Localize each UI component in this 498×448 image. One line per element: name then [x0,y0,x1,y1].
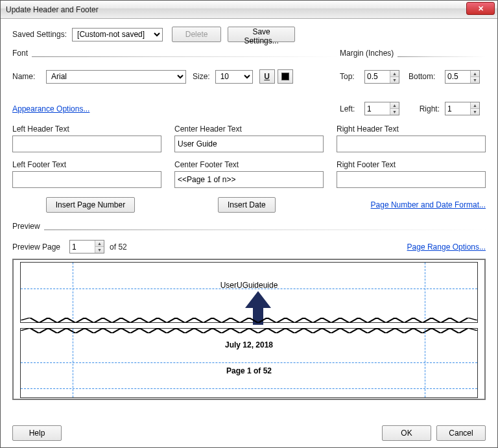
save-settings-button[interactable]: Save Settings... [228,27,295,42]
margin-section-label: Margin (Inches) [340,49,394,58]
right-footer-input[interactable] [337,171,486,188]
left-header-input[interactable] [12,136,161,152]
font-size-label: Size: [193,72,210,81]
preview-page-top: UserUGuideuide [20,262,478,323]
left-footer-input[interactable] [12,171,161,188]
divider [397,56,486,57]
font-name-dropdown[interactable]: Arial [46,70,186,84]
preview-page-input[interactable] [70,241,95,253]
underline-button[interactable]: U [259,69,275,84]
margin-top-label: Top: [340,72,359,81]
underline-icon: U [264,72,270,81]
center-header-input[interactable] [174,136,324,152]
color-swatch-icon [281,73,289,80]
margin-left-input[interactable] [365,102,390,115]
help-button[interactable]: Help [12,425,62,441]
preview-page-text: Page 1 of 52 [21,366,477,375]
chevron-down-icon[interactable]: ▼ [390,109,399,115]
preview-page-total: of 52 [110,242,127,252]
margin-top-spinner[interactable]: ▲▼ [364,70,399,84]
chevron-down-icon[interactable]: ▼ [471,77,479,83]
page-number-date-format-link[interactable]: Page Number and Date Format... [371,200,486,209]
insert-page-number-button[interactable]: Insert Page Number [46,197,135,213]
chevron-up-icon[interactable]: ▲ [390,102,399,109]
close-icon: ✕ [478,5,484,13]
right-footer-label: Right Footer Text [337,160,486,169]
chevron-down-icon[interactable]: ▼ [471,109,479,115]
divider [32,56,340,57]
close-button[interactable]: ✕ [466,2,495,15]
chevron-down-icon[interactable]: ▼ [95,247,104,253]
chevron-up-icon[interactable]: ▲ [471,102,479,109]
right-header-input[interactable] [337,136,486,152]
insert-date-button[interactable]: Insert Date [218,197,276,213]
saved-settings-label: Saved Settings: [12,30,67,39]
dialog-body: Saved Settings: [Custom-not saved] Delet… [1,19,497,447]
left-header-label: Left Header Text [12,124,161,134]
preview-page-spinner[interactable]: ▲▼ [69,240,104,253]
saved-settings-dropdown[interactable]: [Custom-not saved] [72,28,163,41]
appearance-options-link[interactable]: Appearance Options... [12,104,89,113]
preview-page-bottom: July 12, 2018 Page 1 of 52 [20,328,478,398]
margin-bottom-spinner[interactable]: ▲▼ [445,70,480,84]
right-header-label: Right Header Text [337,124,486,134]
chevron-down-icon[interactable]: ▼ [390,77,399,83]
preview-page-label: Preview Page [12,242,60,252]
page-range-options-link[interactable]: Page Range Options... [407,242,486,252]
delete-button[interactable]: Delete [172,27,221,42]
title-bar: Update Header and Footer ✕ [1,1,497,19]
saved-settings-row: Saved Settings: [Custom-not saved] Delet… [12,27,486,42]
left-footer-label: Left Footer Text [12,160,161,169]
ok-button[interactable]: OK [382,425,431,441]
center-footer-input[interactable] [174,171,324,188]
margin-left-label: Left: [340,104,359,113]
window-title: Update Header and Footer [1,5,99,14]
dialog-button-row: Help OK Cancel [12,425,486,441]
margin-bottom-input[interactable] [445,71,470,83]
font-section-label: Font [12,49,28,58]
font-name-label: Name: [12,72,41,81]
preview-header-text: UserUGuideuide [21,281,477,290]
chevron-up-icon[interactable]: ▲ [390,71,399,77]
dialog-window: Update Header and Footer ✕ Saved Setting… [0,0,498,448]
margin-bottom-label: Bottom: [409,72,440,81]
margin-right-label: Right: [409,104,440,113]
center-header-label: Center Header Text [174,124,324,134]
font-color-button[interactable] [278,69,293,84]
preview-section-label: Preview [12,222,40,231]
preview-area: UserUGuideuide [12,259,486,400]
chevron-up-icon[interactable]: ▲ [471,71,479,77]
font-size-dropdown[interactable]: 10 [215,70,253,84]
margin-left-spinner[interactable]: ▲▼ [364,102,399,115]
cancel-button[interactable]: Cancel [436,425,486,441]
margin-top-input[interactable] [365,71,390,83]
center-footer-label: Center Footer Text [174,160,324,169]
preview-date-text: July 12, 2018 [21,340,477,349]
margin-right-spinner[interactable]: ▲▼ [445,102,480,115]
divider [44,230,486,230]
chevron-up-icon[interactable]: ▲ [95,241,104,247]
margin-right-input[interactable] [445,102,470,115]
